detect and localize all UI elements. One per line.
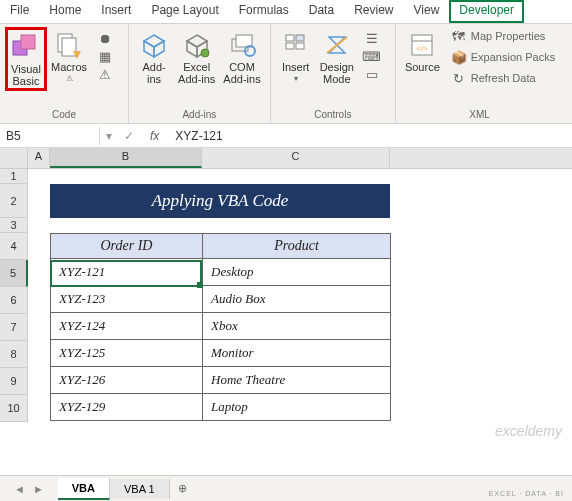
expansion-packs-button[interactable]: 📦 Expansion Packs — [448, 48, 558, 66]
formula-bar: B5 ▾ ✓ fx XYZ-121 — [0, 124, 572, 148]
menu-view[interactable]: View — [404, 0, 450, 23]
xml-group-label: XML — [401, 109, 558, 122]
chevron-down-icon: ▾ — [294, 74, 298, 83]
row-header-6[interactable]: 6 — [0, 287, 28, 314]
macros-button[interactable]: Macros ⚠ — [47, 27, 91, 85]
col-header-C[interactable]: C — [202, 148, 390, 168]
cell-order[interactable]: XYZ-125 — [51, 340, 203, 367]
menu-file[interactable]: File — [0, 0, 39, 23]
ribbon-group-xml: </> Source 🗺 Map Properties 📦 Expansion … — [396, 24, 563, 123]
menu-data[interactable]: Data — [299, 0, 344, 23]
fx-icon[interactable]: fx — [140, 129, 169, 143]
cell-product[interactable]: Laptop — [203, 394, 391, 421]
design-mode-button[interactable]: Design Mode — [316, 27, 358, 87]
col-header-A[interactable]: A — [28, 148, 50, 168]
svg-marker-6 — [154, 41, 164, 57]
menu-formulas[interactable]: Formulas — [229, 0, 299, 23]
cell-product[interactable]: Xbox — [203, 313, 391, 340]
tab-next-icon[interactable]: ► — [29, 483, 48, 495]
warning-triangle-icon: ⚠ — [97, 66, 113, 82]
map-icon: 🗺 — [451, 28, 467, 44]
menu-insert[interactable]: Insert — [91, 0, 141, 23]
menu-review[interactable]: Review — [344, 0, 403, 23]
excel-addins-button[interactable]: Excel Add-ins — [174, 27, 219, 87]
header-order-id[interactable]: Order ID — [51, 234, 203, 259]
col-header-B[interactable]: B — [50, 148, 202, 168]
row-header-10[interactable]: 10 — [0, 395, 28, 422]
source-button[interactable]: </> Source — [401, 27, 444, 75]
properties-button[interactable]: ☰ — [361, 29, 387, 47]
excel-addins-icon — [181, 29, 213, 61]
watermark: exceldemy — [495, 423, 562, 439]
row-header-2[interactable]: 2 — [0, 184, 28, 218]
svg-text:</>: </> — [417, 44, 429, 53]
cell-order[interactable]: XYZ-129 — [51, 394, 203, 421]
column-headers: A B C — [0, 148, 572, 169]
expansion-icon: 📦 — [451, 49, 467, 65]
add-sheet-button[interactable]: ⊕ — [170, 482, 195, 495]
insert-controls-label: Insert — [282, 61, 310, 73]
formula-input[interactable]: XYZ-121 — [169, 127, 572, 145]
row-header-9[interactable]: 9 — [0, 368, 28, 395]
cell-product[interactable]: Monitor — [203, 340, 391, 367]
svg-marker-7 — [144, 41, 154, 57]
ribbon: Visual Basic Macros ⚠ ⏺ ▦ ⚠ — [0, 24, 572, 124]
sheet-tab-vba[interactable]: VBA — [58, 478, 110, 500]
svg-rect-15 — [286, 35, 294, 41]
refresh-data-label: Refresh Data — [471, 72, 536, 84]
row-header-8[interactable]: 8 — [0, 341, 28, 368]
menu-bar: File Home Insert Page Layout Formulas Da… — [0, 0, 572, 24]
svg-rect-17 — [286, 43, 294, 49]
menu-page-layout[interactable]: Page Layout — [141, 0, 228, 23]
map-properties-button[interactable]: 🗺 Map Properties — [448, 27, 558, 45]
row-header-1[interactable]: 1 — [0, 169, 28, 184]
cell-product[interactable]: Audio Box — [203, 286, 391, 313]
refresh-icon: ↻ — [451, 70, 467, 86]
macro-security-button[interactable]: ⚠ — [94, 65, 120, 83]
cell-product[interactable]: Desktop — [203, 259, 391, 286]
insert-controls-button[interactable]: Insert ▾ — [276, 27, 316, 85]
table-row: XYZ-123Audio Box — [51, 286, 391, 313]
table-header-row: Order ID Product — [51, 234, 391, 259]
com-addins-button[interactable]: COM Add-ins — [219, 27, 264, 87]
svg-marker-10 — [187, 41, 197, 57]
run-dialog-button[interactable]: ▭ — [361, 65, 387, 83]
cell-order[interactable]: XYZ-121 — [51, 259, 203, 286]
design-mode-icon — [321, 29, 353, 61]
select-all-corner[interactable] — [0, 148, 28, 168]
refresh-data-button[interactable]: ↻ Refresh Data — [448, 69, 558, 87]
row-header-4[interactable]: 4 — [0, 233, 28, 260]
com-addins-icon — [226, 29, 258, 61]
relative-ref-button[interactable]: ▦ — [94, 47, 120, 65]
visual-basic-icon — [10, 31, 42, 63]
data-table: Order ID Product XYZ-121Desktop XYZ-123A… — [50, 233, 391, 421]
cell-order[interactable]: XYZ-126 — [51, 367, 203, 394]
ribbon-group-addins: Add- ins Excel Add-ins COM Add-ins Add-i… — [129, 24, 271, 123]
addins-button[interactable]: Add- ins — [134, 27, 174, 87]
grid-icon: ▦ — [97, 48, 113, 64]
fx-cancel[interactable]: ✓ — [118, 129, 140, 143]
name-box-dropdown[interactable]: ▾ — [100, 129, 118, 143]
record-icon: ⏺ — [97, 30, 113, 46]
cell-product[interactable]: Home Theatre — [203, 367, 391, 394]
title-cell[interactable]: Applying VBA Code — [50, 184, 390, 218]
header-product[interactable]: Product — [203, 234, 391, 259]
record-macro-button[interactable]: ⏺ — [94, 29, 120, 47]
row-header-7[interactable]: 7 — [0, 314, 28, 341]
visual-basic-button[interactable]: Visual Basic — [5, 27, 47, 91]
cell-order[interactable]: XYZ-124 — [51, 313, 203, 340]
menu-home[interactable]: Home — [39, 0, 91, 23]
view-code-button[interactable]: ⌨ — [361, 47, 387, 65]
excel-addins-label: Excel Add-ins — [178, 61, 215, 85]
svg-point-11 — [201, 49, 209, 57]
tab-prev-icon[interactable]: ◄ — [10, 483, 29, 495]
menu-developer[interactable]: Developer — [449, 0, 524, 23]
cell-order[interactable]: XYZ-123 — [51, 286, 203, 313]
row-header-3[interactable]: 3 — [0, 218, 28, 233]
sheet-tabs: ◄ ► VBA VBA 1 ⊕ EXCEL · DATA · BI — [0, 475, 572, 501]
addins-icon — [138, 29, 170, 61]
sheet-tab-vba1[interactable]: VBA 1 — [110, 479, 170, 499]
cells-area[interactable]: Applying VBA Code Order ID Product XYZ-1… — [28, 169, 572, 422]
name-box[interactable]: B5 — [0, 127, 100, 145]
row-header-5[interactable]: 5 — [0, 260, 28, 287]
